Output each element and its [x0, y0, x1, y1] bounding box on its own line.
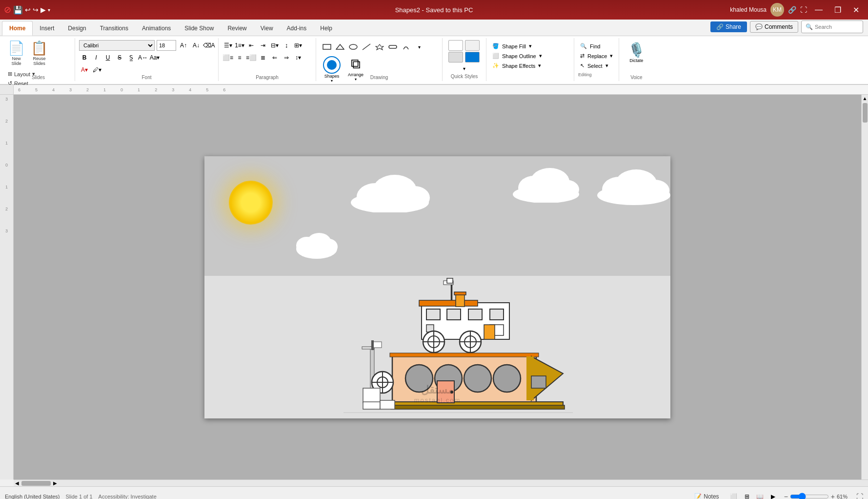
increase-font-size-button[interactable]: A↑	[178, 40, 189, 51]
tab-transitions[interactable]: Transitions	[93, 21, 135, 36]
shape-btn-6[interactable]	[386, 40, 400, 54]
svg-rect-35	[419, 300, 478, 306]
tab-review[interactable]: Review	[221, 21, 253, 36]
columns-button[interactable]: ⊟▾	[269, 40, 280, 51]
find-button[interactable]: 🔍 Find	[578, 42, 602, 50]
quick-style-2[interactable]	[465, 40, 480, 51]
bold-button[interactable]: B	[79, 52, 90, 63]
justify-button[interactable]: ≣	[258, 52, 268, 63]
shape-btn-4[interactable]	[360, 40, 373, 54]
quick-access-toolbar[interactable]: ⊘ 💾 ↩ ↪ ▶ ▾	[0, 4, 50, 15]
normal-view-button[interactable]: ⬜	[728, 491, 740, 499]
search-input[interactable]	[815, 24, 859, 30]
shape-fill-button[interactable]: 🪣 Shape Fill ▾	[490, 42, 534, 50]
tab-slideshow[interactable]: Slide Show	[178, 21, 221, 36]
decrease-font-size-button[interactable]: A↓	[191, 40, 202, 51]
horizontal-scrollbar[interactable]: ◀ ▶	[14, 479, 868, 486]
undo-icon[interactable]: ↩	[25, 6, 31, 14]
zoom-slider[interactable]	[790, 493, 829, 499]
shape-btn-2[interactable]	[333, 40, 347, 54]
shape-outline-button[interactable]: ⬜ Shape Outline ▾	[490, 52, 544, 60]
direction-button[interactable]: ↨	[281, 40, 292, 51]
shadow-button[interactable]: S̲	[126, 52, 137, 63]
comments-button[interactable]: 💬 Comments	[750, 21, 798, 33]
align-center-button[interactable]: ≡	[234, 52, 245, 63]
underline-button[interactable]: U	[102, 52, 113, 63]
arrange-icon: ⧉	[351, 56, 361, 72]
tab-home[interactable]: Home	[2, 21, 33, 36]
customize-icon[interactable]: ▾	[48, 7, 50, 13]
rtl-button[interactable]: ⇐	[269, 52, 280, 63]
select-button[interactable]: ↖ Select ▾	[578, 62, 610, 70]
shape-btn-7[interactable]	[399, 40, 413, 54]
hscroll-thumb[interactable]	[21, 481, 51, 486]
fullscreen-icon[interactable]: ⛶	[800, 6, 807, 14]
slide-sorter-button[interactable]: ⊞	[741, 491, 753, 499]
zoom-out-button[interactable]: −	[784, 493, 788, 499]
highlight-button[interactable]: 🖊▾	[92, 64, 102, 75]
quick-style-1[interactable]	[448, 40, 463, 51]
change-case-button[interactable]: Aa▾	[149, 52, 160, 63]
present-icon[interactable]: ▶	[40, 6, 46, 14]
italic-button[interactable]: I	[91, 52, 101, 63]
tab-help[interactable]: Help	[313, 21, 339, 36]
search-box[interactable]: 🔍	[801, 21, 863, 33]
ltr-button[interactable]: ⇒	[281, 52, 292, 63]
new-slide-button[interactable]: 📄 New Slide	[6, 38, 27, 68]
window-controls[interactable]: khaled Mousa KM 🔗 ⛶ — ❐ ✕	[730, 0, 868, 20]
font-color-button[interactable]: A▾	[79, 64, 90, 75]
quick-style-3[interactable]	[448, 52, 463, 62]
shapes-more-button[interactable]: ▾	[412, 40, 426, 54]
quick-style-4[interactable]	[465, 52, 480, 62]
replace-button[interactable]: ⇄ Replace ▾	[578, 52, 615, 60]
scroll-left-arrow[interactable]: ◀	[14, 480, 20, 486]
reuse-slides-button[interactable]: 📋 Reuse Slides	[29, 38, 50, 68]
scroll-right-arrow[interactable]: ▶	[52, 480, 59, 486]
ruler-marks: 654 321 012 345 6	[14, 87, 868, 92]
slide-canvas[interactable]: مستقل mostaql.com	[14, 95, 861, 479]
tab-insert[interactable]: Insert	[33, 21, 61, 36]
tab-design[interactable]: Design	[61, 21, 93, 36]
redo-icon[interactable]: ↪	[33, 6, 39, 14]
shape-btn-1[interactable]	[320, 40, 334, 54]
shape-effects-button[interactable]: ✨ Shape Effects ▾	[490, 62, 543, 70]
off-icon[interactable]: ⊘	[4, 4, 11, 15]
fit-to-window-button[interactable]: ⛶	[856, 493, 863, 499]
vertical-scrollbar[interactable]: ▲	[861, 95, 868, 479]
font-size-input[interactable]	[157, 40, 176, 51]
indent-more-button[interactable]: ⇥	[258, 40, 268, 51]
share-icon[interactable]: 🔗	[788, 6, 796, 14]
align-right-button[interactable]: ≡⬜	[246, 52, 257, 63]
slide[interactable]: مستقل mostaql.com	[204, 156, 670, 418]
share-button[interactable]: 🔗 Share	[710, 21, 747, 32]
close-button[interactable]: ✕	[849, 0, 863, 20]
shape-btn-3[interactable]	[346, 40, 360, 54]
save-icon[interactable]: 💾	[13, 5, 23, 15]
reading-view-button[interactable]: 📖	[754, 491, 766, 499]
dictate-button[interactable]: 🎙️ Dictate	[626, 40, 647, 65]
numbering-button[interactable]: 1≡▾	[234, 40, 245, 51]
quick-styles-expand[interactable]: ▾	[463, 66, 465, 71]
cloud-1	[292, 227, 341, 260]
scroll-up-arrow[interactable]: ▲	[862, 95, 868, 102]
line-spacing-button[interactable]: ↕▾	[293, 52, 303, 63]
scroll-thumb[interactable]	[863, 103, 868, 123]
clear-format-button[interactable]: ⌫A	[203, 40, 214, 51]
strikethrough-button[interactable]: S	[114, 52, 125, 63]
slideshow-button[interactable]: ▶	[767, 491, 779, 499]
bullets-button[interactable]: ☰▾	[222, 40, 233, 51]
notes-button[interactable]: 📝 Notes	[690, 492, 723, 499]
char-spacing-button[interactable]: A↔	[138, 52, 148, 63]
shape-btn-5[interactable]	[373, 40, 386, 54]
sun	[229, 181, 273, 225]
font-family-select[interactable]: Calibri Arial Times New Roman	[79, 40, 155, 51]
align-left-button[interactable]: ⬜≡	[222, 52, 233, 63]
minimize-button[interactable]: —	[811, 0, 827, 20]
restore-button[interactable]: ❐	[830, 0, 845, 20]
indent-less-button[interactable]: ⇤	[246, 40, 257, 51]
zoom-in-button[interactable]: +	[831, 493, 835, 499]
convert-to-smartart-button[interactable]: ⊞▾	[293, 40, 303, 51]
tab-animations[interactable]: Animations	[135, 21, 178, 36]
tab-addins[interactable]: Add-ins	[280, 21, 314, 36]
tab-view[interactable]: View	[254, 21, 280, 36]
